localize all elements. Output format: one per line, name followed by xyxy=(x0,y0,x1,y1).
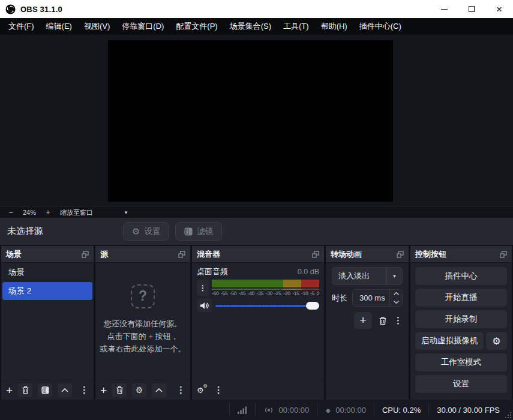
advanced-audio-button[interactable]: ⚙ ⚙ xyxy=(197,386,204,395)
stream-time: 00:00:00 xyxy=(255,403,317,416)
settings-button[interactable]: 设置 xyxy=(415,375,507,393)
add-scene-button[interactable]: + xyxy=(6,385,13,396)
meter-scale: -60-55-50-45-40-35-30-25-20-15-10-50 xyxy=(212,290,319,296)
close-button[interactable]: × xyxy=(485,0,513,18)
chevron-down-icon: ▼ xyxy=(124,210,137,215)
scenes-list: 场景 场景 2 xyxy=(1,263,94,380)
menu-scene-collection[interactable]: 场景集合(S) xyxy=(224,18,277,35)
menu-profile[interactable]: 配置文件(P) xyxy=(170,18,223,35)
menu-edit[interactable]: 编辑(E) xyxy=(40,18,78,35)
duration-value: 300 ms xyxy=(353,290,389,306)
source-properties-label: 设置 xyxy=(144,226,160,237)
plus-hint: + xyxy=(148,332,153,341)
controls-dock: 控制按钮 插件中心 开始直播 开始录制 启动虚拟摄像机 ⚙ 工作室模式 设置 xyxy=(410,246,512,400)
start-recording-button[interactable]: 开始录制 xyxy=(415,310,507,328)
audio-channel-db: 0.0 dB xyxy=(298,268,319,276)
broadcast-icon xyxy=(263,406,274,414)
move-source-up-button[interactable] xyxy=(152,383,166,397)
scene-item[interactable]: 场景 xyxy=(2,263,92,281)
transitions-more-button[interactable]: ⋮ xyxy=(394,315,403,326)
sources-dock-header[interactable]: 源 xyxy=(95,246,190,263)
source-filters-button[interactable]: 滤镜 xyxy=(175,222,222,241)
mixer-more-button[interactable]: ⋮ xyxy=(214,385,223,395)
duration-up-button[interactable] xyxy=(390,290,402,298)
popout-icon[interactable] xyxy=(397,251,404,258)
scene-filters-button[interactable] xyxy=(38,383,52,397)
duration-down-button[interactable] xyxy=(390,298,402,307)
add-source-button[interactable]: + xyxy=(100,385,107,396)
sources-empty-text: 您还没有添加任何源。 点击下面的 + 按钮， 或者右击此处添加一个。 xyxy=(100,317,186,355)
scenes-dock-header[interactable]: 场景 xyxy=(1,246,94,263)
controls-dock-header[interactable]: 控制按钮 xyxy=(410,246,512,263)
filter-icon xyxy=(184,227,193,236)
minimize-button[interactable] xyxy=(430,0,458,18)
fps-indicator: 30.00 / 30.00 FPS xyxy=(428,403,513,416)
volume-slider-handle[interactable] xyxy=(306,302,319,310)
zoom-in-button[interactable]: + xyxy=(42,208,54,217)
remove-transition-button[interactable] xyxy=(379,316,387,325)
resize-grip[interactable] xyxy=(505,412,511,418)
channel-options-button[interactable]: ⋮ xyxy=(197,280,209,296)
popout-icon[interactable] xyxy=(178,251,185,258)
menu-view[interactable]: 视图(V) xyxy=(78,18,116,35)
popout-icon[interactable] xyxy=(312,251,319,258)
source-context-bar: 未选择源 ⚙ 设置 滤镜 xyxy=(0,218,513,245)
add-transition-button[interactable]: + xyxy=(354,312,372,329)
start-virtual-camera-button[interactable]: 启动虚拟摄像机 xyxy=(415,332,484,350)
status-bar: 00:00:00 ● 00:00:00 CPU: 0.2% 30.00 / 30… xyxy=(0,400,513,420)
menu-docks[interactable]: 停靠窗口(D) xyxy=(116,18,170,35)
record-icon: ● xyxy=(325,406,331,415)
duration-spinbox[interactable]: 300 ms xyxy=(352,289,403,307)
gear-icon: ⚙ xyxy=(492,335,500,347)
volume-slider[interactable] xyxy=(215,301,319,310)
record-time: ● 00:00:00 xyxy=(317,403,374,416)
menu-file[interactable]: 文件(F) xyxy=(2,18,40,35)
audio-mixer-dock: 混音器 桌面音频 0.0 dB ⋮ -60-55-50-45-40-35-30 xyxy=(192,246,324,400)
record-time-value: 00:00:00 xyxy=(335,406,366,415)
scenes-more-button[interactable]: ⋮ xyxy=(80,385,89,395)
chevron-down-icon: ▼ xyxy=(386,268,402,284)
title-bar: OBS 31.1.0 × xyxy=(0,0,513,18)
menu-bar: 文件(F) 编辑(E) 视图(V) 停靠窗口(D) 配置文件(P) 场景集合(S… xyxy=(0,18,513,35)
question-mark-icon: ? xyxy=(131,284,155,308)
controls-body: 插件中心 开始直播 开始录制 启动虚拟摄像机 ⚙ 工作室模式 设置 xyxy=(410,263,512,400)
popout-icon[interactable] xyxy=(500,251,507,258)
controls-dock-title: 控制按钮 xyxy=(415,249,446,260)
scene-item-selected[interactable]: 场景 2 xyxy=(2,282,92,300)
sources-list[interactable]: ? 您还没有添加任何源。 点击下面的 + 按钮， 或者右击此处添加一个。 xyxy=(95,263,190,380)
transitions-dock-header[interactable]: 转场动画 xyxy=(326,246,409,263)
source-properties-button[interactable]: ⚙ 设置 xyxy=(123,222,169,241)
mute-button[interactable] xyxy=(197,299,212,312)
plugin-center-button[interactable]: 插件中心 xyxy=(415,267,507,285)
menu-tools[interactable]: 工具(T) xyxy=(277,18,315,35)
audio-channel-name: 桌面音频 xyxy=(197,266,228,277)
studio-mode-button[interactable]: 工作室模式 xyxy=(415,353,507,371)
network-status xyxy=(229,403,255,416)
scenes-dock-title: 场景 xyxy=(6,249,22,260)
menu-help[interactable]: 帮助(H) xyxy=(315,18,353,35)
sources-dock-title: 源 xyxy=(100,249,108,260)
zoom-level: 24% xyxy=(17,209,42,216)
duration-label: 时长 xyxy=(332,293,347,304)
scenes-dock: 场景 场景 场景 2 + ⋮ xyxy=(1,246,94,400)
transition-select[interactable]: 淡入淡出 ▼ xyxy=(332,267,403,285)
move-scene-up-button[interactable] xyxy=(58,383,72,397)
mixer-body: 桌面音频 0.0 dB ⋮ -60-55-50-45-40-35-30-25-2… xyxy=(192,263,324,380)
zoom-out-button[interactable]: − xyxy=(5,208,17,217)
source-properties-gear-button[interactable]: ⚙ xyxy=(132,383,146,397)
popout-icon[interactable] xyxy=(82,251,89,258)
sources-more-button[interactable]: ⋮ xyxy=(176,385,185,395)
scenes-toolbar: + ⋮ xyxy=(1,380,94,400)
remove-source-button[interactable] xyxy=(112,383,127,397)
transitions-dock: 转场动画 淡入淡出 ▼ 时长 300 ms xyxy=(326,246,409,400)
preview-area[interactable] xyxy=(0,35,513,206)
virtual-camera-config-button[interactable]: ⚙ xyxy=(486,332,507,350)
mixer-dock-header[interactable]: 混音器 xyxy=(192,246,324,263)
remove-scene-button[interactable] xyxy=(18,383,32,397)
menu-plugin-center[interactable]: 插件中心(C) xyxy=(353,18,407,35)
start-streaming-button[interactable]: 开始直播 xyxy=(415,289,507,307)
signal-bars-icon xyxy=(238,406,247,414)
maximize-button[interactable] xyxy=(458,0,485,18)
preview-canvas[interactable] xyxy=(108,40,393,202)
zoom-fit-select[interactable]: 缩放至窗口 ▼ xyxy=(60,208,137,217)
